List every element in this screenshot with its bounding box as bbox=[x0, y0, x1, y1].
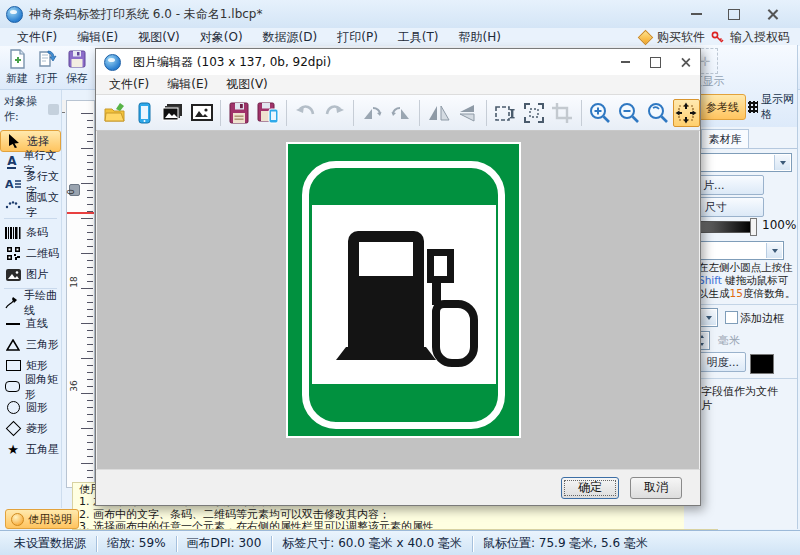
sidebar-tool-barcode[interactable]: 条码 bbox=[0, 222, 61, 243]
star-icon: ★ bbox=[5, 443, 21, 456]
tab-material-library[interactable]: 素材库 bbox=[701, 129, 749, 149]
canvas-size-icon[interactable] bbox=[492, 99, 519, 127]
flip-vertical-icon[interactable] bbox=[454, 99, 481, 127]
minimize-icon bbox=[691, 13, 702, 15]
multi-line-text-icon: A bbox=[5, 178, 21, 190]
sidebar-tool-rounded-rectangle[interactable]: 圆角矩形 bbox=[0, 376, 61, 397]
crop-icon[interactable] bbox=[549, 99, 576, 127]
undo-icon[interactable] bbox=[292, 99, 319, 127]
single-line-text-icon: A bbox=[5, 156, 19, 169]
zoom-out-icon[interactable] bbox=[616, 99, 643, 127]
vertical-ruler[interactable]: 0 18 36 bbox=[66, 100, 95, 488]
barcode-icon bbox=[5, 227, 21, 239]
maximize-button[interactable] bbox=[726, 6, 742, 22]
browse-images-icon[interactable] bbox=[160, 99, 187, 127]
cancel-button[interactable]: 取消 bbox=[630, 477, 682, 499]
zoom-reset-icon[interactable] bbox=[644, 99, 671, 127]
status-mouse-position: 鼠标位置: 75.9 毫米, 5.6 毫米 bbox=[483, 535, 648, 552]
grid-toggle-button[interactable]: 显示网格 bbox=[748, 94, 798, 120]
open-button[interactable]: 打开 bbox=[32, 48, 62, 88]
open-image-icon[interactable] bbox=[102, 99, 129, 127]
sidebar-tool-arc-text[interactable]: 圆弧文字 bbox=[0, 194, 61, 215]
dialog-icon bbox=[104, 54, 121, 71]
menu-tools[interactable]: 工具(T) bbox=[389, 28, 448, 47]
opacity-value: 100% bbox=[762, 218, 796, 232]
dialog-menu-view[interactable]: 视图(V) bbox=[217, 76, 277, 93]
title-bar: 神奇条码标签打印系统 6.0 - 未命名1.lbcp* bbox=[0, 0, 800, 28]
dialog-toolbar bbox=[96, 95, 700, 131]
sidebar-tool-diamond[interactable]: 菱形 bbox=[0, 418, 61, 439]
key-icon bbox=[711, 31, 724, 44]
close-icon bbox=[680, 57, 689, 66]
enter-license-link[interactable]: 输入授权码 bbox=[730, 29, 790, 46]
maximize-icon bbox=[650, 57, 661, 68]
menu-datasource[interactable]: 数据源(D) bbox=[254, 28, 327, 47]
gas-station-sign-image bbox=[286, 142, 521, 438]
sidebar-separator bbox=[4, 218, 57, 219]
load-from-phone-icon[interactable] bbox=[131, 99, 158, 127]
image-source-combobox[interactable] bbox=[688, 153, 792, 172]
canvas-fit-icon[interactable] bbox=[520, 99, 547, 127]
save-to-phone-icon[interactable] bbox=[255, 99, 282, 127]
color-swatch[interactable] bbox=[750, 354, 774, 374]
rotate-right-icon[interactable] bbox=[388, 99, 415, 127]
triangle-icon bbox=[5, 339, 21, 351]
rotation-hint-text: 在左侧小圆点上按住 Shift 键拖动鼠标可 以生成15度倍数角。 bbox=[698, 261, 796, 300]
open-document-icon bbox=[36, 48, 58, 70]
sidebar-tool-triangle[interactable]: 三角形 bbox=[0, 334, 61, 355]
lamp-icon bbox=[11, 513, 24, 526]
status-label-size: 标签尺寸: 60.0 毫米 x 40.0 毫米 bbox=[282, 535, 462, 552]
new-document-icon bbox=[6, 48, 28, 70]
save-button[interactable]: 保存 bbox=[62, 48, 92, 88]
image-frame-icon[interactable] bbox=[188, 99, 215, 127]
redo-icon[interactable] bbox=[321, 99, 348, 127]
dialog-menu-edit[interactable]: 编辑(E) bbox=[158, 76, 217, 93]
rotate-left-icon[interactable] bbox=[359, 99, 386, 127]
sidebar-tool-image[interactable]: 图片 bbox=[0, 264, 61, 285]
add-border-label: 添加边框 bbox=[740, 311, 784, 326]
menu-edit[interactable]: 编辑(E) bbox=[68, 28, 127, 47]
rounded-rectangle-icon bbox=[5, 381, 20, 392]
status-datasource[interactable]: 未设置数据源 bbox=[14, 535, 86, 552]
datasource-image-hint: 的字段值作为文件 图片 bbox=[690, 385, 778, 412]
sidebar-tool-freehand[interactable]: 手绘曲线 bbox=[0, 292, 61, 313]
image-icon bbox=[5, 269, 21, 281]
buy-diamond-icon bbox=[638, 29, 654, 45]
new-button[interactable]: 新建 bbox=[2, 48, 32, 88]
dialog-minimize-button[interactable] bbox=[610, 50, 640, 74]
mm-label: 毫米 bbox=[718, 333, 740, 348]
sidebar-tool-qrcode[interactable]: 二维码 bbox=[0, 243, 61, 264]
menu-view[interactable]: 视图(V) bbox=[129, 28, 189, 47]
fit-window-icon[interactable] bbox=[673, 99, 700, 127]
add-border-checkbox[interactable] bbox=[725, 311, 738, 324]
save-icon[interactable] bbox=[226, 99, 253, 127]
dialog-maximize-button[interactable] bbox=[640, 50, 670, 74]
opacity-slider-handle[interactable] bbox=[750, 218, 757, 236]
flip-horizontal-icon[interactable] bbox=[425, 99, 452, 127]
minimize-button[interactable] bbox=[688, 6, 704, 22]
close-button[interactable] bbox=[764, 6, 780, 22]
image-canvas[interactable] bbox=[97, 131, 699, 469]
menu-object[interactable]: 对象(O) bbox=[191, 28, 252, 47]
dialog-menu-file[interactable]: 文件(F) bbox=[100, 76, 158, 93]
dialog-button-bar: 确定 取消 bbox=[96, 469, 700, 505]
ok-button[interactable]: 确定 bbox=[561, 477, 619, 499]
sidebar-tool-circle[interactable]: 圆形 bbox=[0, 397, 61, 418]
menu-print[interactable]: 打印(P) bbox=[328, 28, 387, 47]
menu-help[interactable]: 帮助(H) bbox=[450, 28, 510, 47]
image-editor-dialog: 图片编辑器 (103 x 137, 0b, 92dpi) 文件(F) 编辑(E)… bbox=[95, 48, 701, 506]
line-icon bbox=[5, 323, 21, 325]
buy-software-link[interactable]: 购买软件 bbox=[657, 29, 705, 46]
pen-icon bbox=[5, 296, 19, 309]
qrcode-icon bbox=[5, 247, 21, 260]
status-zoom: 缩放: 59% bbox=[107, 535, 166, 552]
minimize-icon bbox=[621, 61, 630, 63]
help-line-2: 2. 画布中的文字、条码、二维码等元素均可以双击修改其内容； bbox=[79, 509, 711, 521]
menu-file[interactable]: 文件(F) bbox=[8, 28, 66, 47]
sidebar-tool-line[interactable]: 直线 bbox=[0, 313, 61, 334]
dialog-close-button[interactable] bbox=[670, 50, 700, 74]
usage-help-button[interactable]: 使用说明 bbox=[5, 509, 79, 529]
zoom-in-icon[interactable] bbox=[587, 99, 614, 127]
save-icon bbox=[66, 48, 88, 70]
sidebar-tool-star[interactable]: ★ 五角星 bbox=[0, 439, 61, 460]
